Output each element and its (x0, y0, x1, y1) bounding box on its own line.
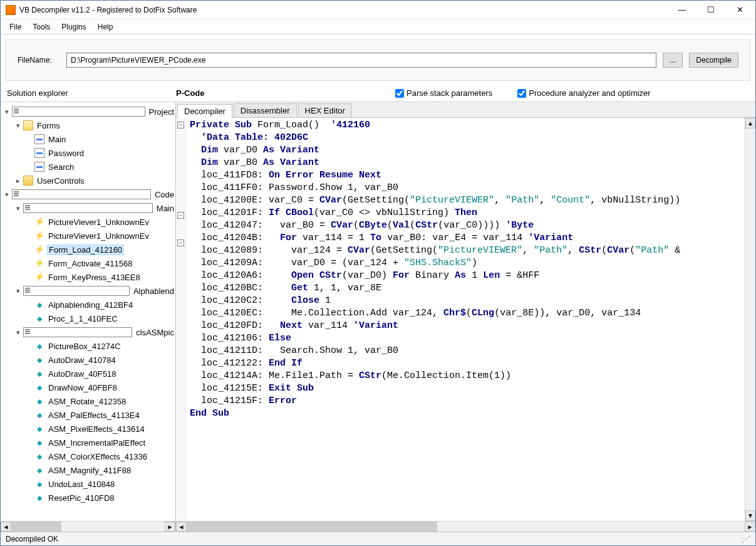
tree-item[interactable]: ▾Alphablend (1, 284, 175, 298)
solution-explorer-header: Solution explorer (7, 88, 176, 98)
menu-file[interactable]: File (4, 21, 26, 33)
editor-vscroll[interactable]: ▲ ▼ (745, 118, 755, 521)
parse-stack-checkbox[interactable]: Parse stack parameters (395, 88, 492, 98)
code-icon (12, 107, 145, 117)
window-title: VB Decompiler v11.2 - Registered to DotF… (19, 6, 668, 14)
tab-disassembler[interactable]: Disassembler (234, 103, 297, 117)
scroll-right-icon[interactable]: ► (745, 522, 755, 532)
tree-item[interactable]: ◆ASM_PixelEffects_413614 (1, 422, 175, 436)
tree-label: ResetPic_410FD8 (47, 493, 116, 503)
project-tree[interactable]: ▾Project▾FormsMainPasswordSearch▸UserCon… (1, 102, 175, 521)
maximize-button[interactable]: ☐ (696, 1, 725, 19)
tree-label: AutoDraw_40F518 (47, 369, 117, 379)
decompile-button[interactable]: Decompile (689, 53, 738, 68)
pcode-header: P-Code (176, 88, 395, 98)
proc-icon: ⚡ (34, 258, 44, 268)
menubar: File Tools Plugins Help (1, 19, 755, 34)
menu-tools[interactable]: Tools (28, 21, 55, 33)
tree-item[interactable]: ◆ResetPic_410FD8 (1, 491, 175, 505)
tree-label: ASM_PixelEffects_413614 (47, 424, 146, 434)
tree-item[interactable]: ⚡PictureViever1_UnknownEv (1, 215, 175, 229)
code-editor[interactable]: −−− Private Sub Form_Load() '412160 'Dat… (176, 118, 745, 521)
optimizer-check[interactable] (517, 89, 526, 98)
tree-twisty-icon[interactable]: ▸ (14, 177, 22, 185)
tree-item[interactable]: ◆ASM_Magnify_411F88 (1, 463, 175, 477)
main-area: ▾Project▾FormsMainPasswordSearch▸UserCon… (1, 102, 755, 532)
tree-label: Search (47, 162, 75, 172)
tree-twisty-icon[interactable]: ▾ (3, 108, 11, 116)
scroll-left-icon[interactable]: ◄ (1, 522, 11, 532)
tree-item[interactable]: Main (1, 132, 175, 146)
menu-plugins[interactable]: Plugins (56, 21, 91, 33)
fold-icon[interactable]: − (177, 212, 184, 219)
tree-item[interactable]: ◆DrawNow_40FBF8 (1, 381, 175, 394)
scroll-left-icon[interactable]: ◄ (176, 522, 187, 532)
tab-decompiler[interactable]: Decompiler (177, 104, 232, 118)
tree-item[interactable]: ◆ASM_Rotate_412358 (1, 394, 175, 408)
filename-input[interactable] (66, 53, 656, 68)
editor-hscroll[interactable]: ◄ ► (176, 521, 755, 532)
tree-label: Main (47, 135, 67, 144)
fold-icon[interactable]: − (177, 239, 184, 246)
tree-item[interactable]: ◆AutoDraw_40F518 (1, 367, 175, 381)
tree-item[interactable]: ⚡Form_Activate_411568 (1, 256, 175, 270)
fold-gutter[interactable]: −−− (176, 118, 186, 521)
minimize-button[interactable]: — (668, 1, 696, 19)
code-text[interactable]: Private Sub Form_Load() '412160 'Data Ta… (186, 118, 745, 521)
tree-item[interactable]: ◆AutoDraw_410784 (1, 353, 175, 367)
tree-item[interactable]: ▾Main (1, 201, 175, 215)
tree-item[interactable]: ◆Alphablending_412BF4 (1, 298, 175, 312)
panel-headers: Solution explorer P-Code Parse stack par… (1, 86, 755, 102)
tab-hexeditor[interactable]: HEX Editor (298, 103, 352, 117)
tree-twisty-icon[interactable]: ▾ (14, 204, 22, 213)
tree-twisty-icon[interactable]: ▾ (3, 191, 11, 199)
optimizer-checkbox[interactable]: Procedure analyzer and optimizer (517, 88, 650, 98)
parse-stack-check[interactable] (395, 89, 404, 98)
resize-grip-icon[interactable]: ⋰ (742, 534, 750, 544)
tree-item[interactable]: ▸UserControls (1, 174, 175, 187)
scroll-up-icon[interactable]: ▲ (745, 118, 755, 129)
fold-icon[interactable]: − (177, 122, 184, 129)
tree-item[interactable]: ▾clsASMpic (1, 325, 175, 339)
tree-twisty-icon[interactable]: ▾ (14, 328, 22, 337)
scroll-down-icon[interactable]: ▼ (745, 510, 755, 521)
tree-item[interactable]: ◆PictureBox_41274C (1, 339, 175, 353)
tree-item[interactable]: ◆ASM_ColorXEffects_41336 (1, 449, 175, 463)
method-icon: ◆ (34, 369, 44, 379)
code-icon (23, 327, 132, 337)
tree-item[interactable]: ◆ASM_PalEffects_4113E4 (1, 408, 175, 422)
scroll-track[interactable] (11, 522, 165, 532)
proc-icon: ⚡ (34, 244, 44, 255)
tree-item[interactable]: ◆UndoLast_410848 (1, 477, 175, 491)
tree-item[interactable]: Password (1, 146, 175, 160)
tree-twisty-icon[interactable]: ▾ (14, 122, 22, 130)
tree-item[interactable]: ▾Project (1, 105, 175, 118)
method-icon: ◆ (34, 396, 44, 406)
tree-item[interactable]: ⚡Form_KeyPress_413EE8 (1, 270, 175, 284)
sidebar-hscroll[interactable]: ◄ ► (1, 521, 175, 532)
vscroll-track[interactable] (745, 129, 755, 510)
content-area: Decompiler Disassembler HEX Editor −−− P… (176, 102, 755, 532)
form-icon (34, 162, 44, 172)
tree-item[interactable]: ⚡PictureViever1_UnknownEv (1, 229, 175, 243)
tree-item[interactable]: ▾Forms (1, 118, 175, 132)
tree-label: Main (155, 204, 175, 213)
scroll-thumb[interactable] (11, 522, 61, 532)
method-icon: ◆ (34, 300, 44, 310)
menu-help[interactable]: Help (93, 21, 118, 33)
tree-item[interactable]: ◆ASM_IncrementalPalEffect (1, 436, 175, 449)
method-icon: ◆ (34, 493, 44, 503)
tree-item[interactable]: ▾Code (1, 187, 175, 201)
tree-item[interactable]: ◆Proc_1_1_410FEC (1, 312, 175, 325)
browse-button[interactable]: ... (663, 53, 683, 68)
close-button[interactable]: ✕ (725, 1, 754, 19)
tree-twisty-icon[interactable]: ▾ (14, 287, 22, 295)
tree-item[interactable]: Search (1, 160, 175, 174)
hscroll-thumb[interactable] (187, 522, 437, 532)
file-toolbar: FileName: ... Decompile (6, 39, 750, 81)
hscroll-track[interactable] (187, 522, 745, 532)
tree-item[interactable]: ⚡Form_Load_412160 (1, 243, 175, 256)
app-icon (6, 5, 16, 15)
tree-label: Form_Activate_411568 (47, 259, 133, 268)
scroll-right-icon[interactable]: ► (165, 522, 175, 532)
